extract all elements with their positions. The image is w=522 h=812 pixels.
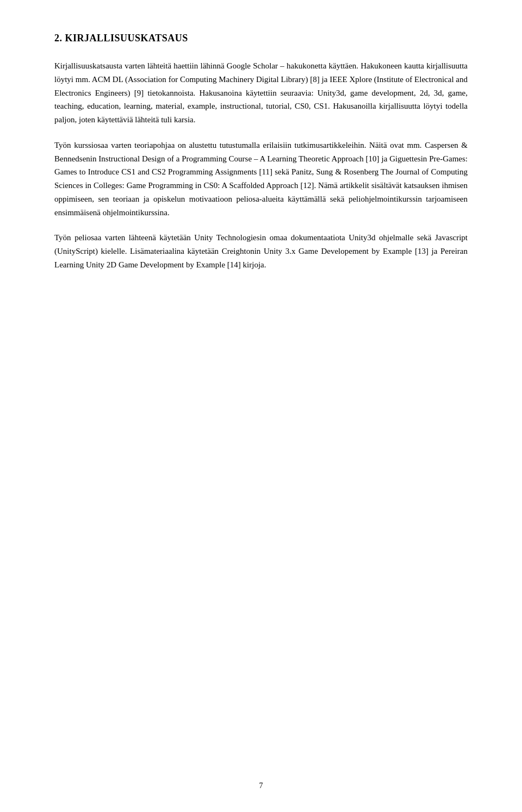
- page-number: 7: [259, 782, 263, 790]
- paragraph-3: Työn peliosaa varten lähteenä käytetään …: [54, 231, 468, 271]
- paragraph-1: Kirjallisuuskatsausta varten lähteitä ha…: [54, 59, 468, 127]
- chapter-title: 2. KIRJALLISUUSKATSAUS: [54, 33, 468, 44]
- page-container: 2. KIRJALLISUUSKATSAUS Kirjallisuuskatsa…: [0, 0, 522, 812]
- paragraph-2: Työn kurssiosaa varten teoriapohjaa on a…: [54, 139, 468, 220]
